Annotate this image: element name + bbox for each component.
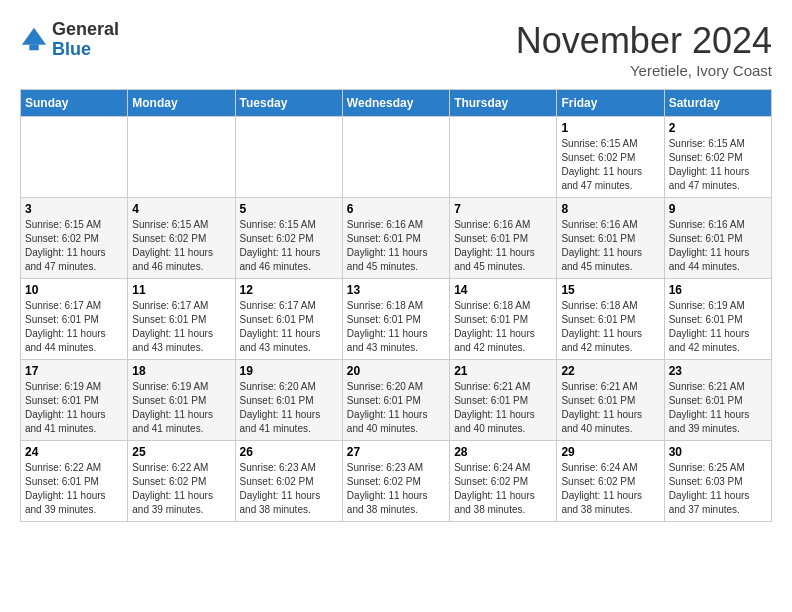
calendar-cell: 2Sunrise: 6:15 AM Sunset: 6:02 PM Daylig… bbox=[664, 117, 771, 198]
calendar-cell: 24Sunrise: 6:22 AM Sunset: 6:01 PM Dayli… bbox=[21, 441, 128, 522]
day-number: 25 bbox=[132, 445, 230, 459]
logo: General Blue bbox=[20, 20, 119, 60]
day-info: Sunrise: 6:17 AM Sunset: 6:01 PM Dayligh… bbox=[132, 299, 230, 355]
week-row-3: 10Sunrise: 6:17 AM Sunset: 6:01 PM Dayli… bbox=[21, 279, 772, 360]
calendar-cell: 28Sunrise: 6:24 AM Sunset: 6:02 PM Dayli… bbox=[450, 441, 557, 522]
day-number: 12 bbox=[240, 283, 338, 297]
calendar-cell bbox=[450, 117, 557, 198]
day-info: Sunrise: 6:16 AM Sunset: 6:01 PM Dayligh… bbox=[669, 218, 767, 274]
day-number: 13 bbox=[347, 283, 445, 297]
day-info: Sunrise: 6:21 AM Sunset: 6:01 PM Dayligh… bbox=[669, 380, 767, 436]
week-row-2: 3Sunrise: 6:15 AM Sunset: 6:02 PM Daylig… bbox=[21, 198, 772, 279]
calendar-cell: 1Sunrise: 6:15 AM Sunset: 6:02 PM Daylig… bbox=[557, 117, 664, 198]
calendar-cell: 30Sunrise: 6:25 AM Sunset: 6:03 PM Dayli… bbox=[664, 441, 771, 522]
week-row-1: 1Sunrise: 6:15 AM Sunset: 6:02 PM Daylig… bbox=[21, 117, 772, 198]
calendar-cell: 10Sunrise: 6:17 AM Sunset: 6:01 PM Dayli… bbox=[21, 279, 128, 360]
day-info: Sunrise: 6:18 AM Sunset: 6:01 PM Dayligh… bbox=[454, 299, 552, 355]
day-info: Sunrise: 6:17 AM Sunset: 6:01 PM Dayligh… bbox=[25, 299, 123, 355]
day-info: Sunrise: 6:15 AM Sunset: 6:02 PM Dayligh… bbox=[669, 137, 767, 193]
calendar-cell: 22Sunrise: 6:21 AM Sunset: 6:01 PM Dayli… bbox=[557, 360, 664, 441]
day-info: Sunrise: 6:21 AM Sunset: 6:01 PM Dayligh… bbox=[454, 380, 552, 436]
day-number: 6 bbox=[347, 202, 445, 216]
day-number: 23 bbox=[669, 364, 767, 378]
calendar-cell: 13Sunrise: 6:18 AM Sunset: 6:01 PM Dayli… bbox=[342, 279, 449, 360]
day-info: Sunrise: 6:19 AM Sunset: 6:01 PM Dayligh… bbox=[25, 380, 123, 436]
weekday-header-thursday: Thursday bbox=[450, 90, 557, 117]
calendar-cell: 14Sunrise: 6:18 AM Sunset: 6:01 PM Dayli… bbox=[450, 279, 557, 360]
logo-blue-text: Blue bbox=[52, 39, 91, 59]
day-number: 30 bbox=[669, 445, 767, 459]
calendar-cell: 17Sunrise: 6:19 AM Sunset: 6:01 PM Dayli… bbox=[21, 360, 128, 441]
day-info: Sunrise: 6:24 AM Sunset: 6:02 PM Dayligh… bbox=[561, 461, 659, 517]
day-info: Sunrise: 6:23 AM Sunset: 6:02 PM Dayligh… bbox=[240, 461, 338, 517]
day-info: Sunrise: 6:16 AM Sunset: 6:01 PM Dayligh… bbox=[347, 218, 445, 274]
weekday-header-wednesday: Wednesday bbox=[342, 90, 449, 117]
calendar-cell bbox=[342, 117, 449, 198]
day-number: 7 bbox=[454, 202, 552, 216]
weekday-header-sunday: Sunday bbox=[21, 90, 128, 117]
day-number: 9 bbox=[669, 202, 767, 216]
day-info: Sunrise: 6:19 AM Sunset: 6:01 PM Dayligh… bbox=[132, 380, 230, 436]
day-info: Sunrise: 6:15 AM Sunset: 6:02 PM Dayligh… bbox=[240, 218, 338, 274]
day-info: Sunrise: 6:20 AM Sunset: 6:01 PM Dayligh… bbox=[240, 380, 338, 436]
weekday-header-row: SundayMondayTuesdayWednesdayThursdayFrid… bbox=[21, 90, 772, 117]
day-info: Sunrise: 6:25 AM Sunset: 6:03 PM Dayligh… bbox=[669, 461, 767, 517]
calendar-cell: 20Sunrise: 6:20 AM Sunset: 6:01 PM Dayli… bbox=[342, 360, 449, 441]
day-number: 10 bbox=[25, 283, 123, 297]
day-info: Sunrise: 6:20 AM Sunset: 6:01 PM Dayligh… bbox=[347, 380, 445, 436]
day-info: Sunrise: 6:18 AM Sunset: 6:01 PM Dayligh… bbox=[347, 299, 445, 355]
calendar-cell: 7Sunrise: 6:16 AM Sunset: 6:01 PM Daylig… bbox=[450, 198, 557, 279]
calendar-cell: 27Sunrise: 6:23 AM Sunset: 6:02 PM Dayli… bbox=[342, 441, 449, 522]
day-number: 20 bbox=[347, 364, 445, 378]
day-number: 15 bbox=[561, 283, 659, 297]
weekday-header-friday: Friday bbox=[557, 90, 664, 117]
calendar-cell: 25Sunrise: 6:22 AM Sunset: 6:02 PM Dayli… bbox=[128, 441, 235, 522]
day-info: Sunrise: 6:15 AM Sunset: 6:02 PM Dayligh… bbox=[561, 137, 659, 193]
day-number: 5 bbox=[240, 202, 338, 216]
calendar-cell: 4Sunrise: 6:15 AM Sunset: 6:02 PM Daylig… bbox=[128, 198, 235, 279]
day-info: Sunrise: 6:23 AM Sunset: 6:02 PM Dayligh… bbox=[347, 461, 445, 517]
day-number: 11 bbox=[132, 283, 230, 297]
day-number: 16 bbox=[669, 283, 767, 297]
month-title: November 2024 bbox=[516, 20, 772, 62]
day-number: 17 bbox=[25, 364, 123, 378]
day-info: Sunrise: 6:16 AM Sunset: 6:01 PM Dayligh… bbox=[561, 218, 659, 274]
calendar-cell: 21Sunrise: 6:21 AM Sunset: 6:01 PM Dayli… bbox=[450, 360, 557, 441]
day-number: 24 bbox=[25, 445, 123, 459]
day-info: Sunrise: 6:15 AM Sunset: 6:02 PM Dayligh… bbox=[132, 218, 230, 274]
calendar-cell bbox=[128, 117, 235, 198]
calendar-cell bbox=[235, 117, 342, 198]
day-number: 14 bbox=[454, 283, 552, 297]
calendar-cell: 26Sunrise: 6:23 AM Sunset: 6:02 PM Dayli… bbox=[235, 441, 342, 522]
calendar-table: SundayMondayTuesdayWednesdayThursdayFrid… bbox=[20, 89, 772, 522]
day-number: 29 bbox=[561, 445, 659, 459]
calendar-cell bbox=[21, 117, 128, 198]
day-number: 22 bbox=[561, 364, 659, 378]
calendar-cell: 19Sunrise: 6:20 AM Sunset: 6:01 PM Dayli… bbox=[235, 360, 342, 441]
day-info: Sunrise: 6:24 AM Sunset: 6:02 PM Dayligh… bbox=[454, 461, 552, 517]
weekday-header-saturday: Saturday bbox=[664, 90, 771, 117]
day-number: 4 bbox=[132, 202, 230, 216]
calendar-cell: 15Sunrise: 6:18 AM Sunset: 6:01 PM Dayli… bbox=[557, 279, 664, 360]
day-number: 21 bbox=[454, 364, 552, 378]
day-info: Sunrise: 6:19 AM Sunset: 6:01 PM Dayligh… bbox=[669, 299, 767, 355]
calendar-cell: 18Sunrise: 6:19 AM Sunset: 6:01 PM Dayli… bbox=[128, 360, 235, 441]
day-number: 26 bbox=[240, 445, 338, 459]
day-info: Sunrise: 6:18 AM Sunset: 6:01 PM Dayligh… bbox=[561, 299, 659, 355]
day-number: 3 bbox=[25, 202, 123, 216]
calendar-cell: 23Sunrise: 6:21 AM Sunset: 6:01 PM Dayli… bbox=[664, 360, 771, 441]
svg-marker-0 bbox=[22, 28, 46, 45]
day-info: Sunrise: 6:22 AM Sunset: 6:02 PM Dayligh… bbox=[132, 461, 230, 517]
weekday-header-monday: Monday bbox=[128, 90, 235, 117]
weekday-header-tuesday: Tuesday bbox=[235, 90, 342, 117]
day-info: Sunrise: 6:15 AM Sunset: 6:02 PM Dayligh… bbox=[25, 218, 123, 274]
day-number: 27 bbox=[347, 445, 445, 459]
calendar-cell: 12Sunrise: 6:17 AM Sunset: 6:01 PM Dayli… bbox=[235, 279, 342, 360]
day-info: Sunrise: 6:17 AM Sunset: 6:01 PM Dayligh… bbox=[240, 299, 338, 355]
day-info: Sunrise: 6:16 AM Sunset: 6:01 PM Dayligh… bbox=[454, 218, 552, 274]
location-subtitle: Yeretiele, Ivory Coast bbox=[516, 62, 772, 79]
week-row-5: 24Sunrise: 6:22 AM Sunset: 6:01 PM Dayli… bbox=[21, 441, 772, 522]
day-number: 18 bbox=[132, 364, 230, 378]
day-number: 19 bbox=[240, 364, 338, 378]
calendar-cell: 3Sunrise: 6:15 AM Sunset: 6:02 PM Daylig… bbox=[21, 198, 128, 279]
